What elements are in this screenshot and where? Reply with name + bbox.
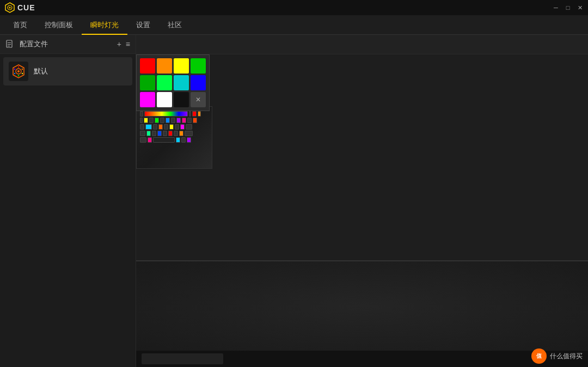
color-swatch-blue[interactable]: [191, 75, 206, 90]
key-row-1: [140, 118, 209, 123]
svg-point-2: [9, 7, 11, 9]
file-icon: [5, 39, 15, 49]
key: [140, 131, 145, 136]
key: [182, 118, 186, 123]
color-swatch-bright-green[interactable]: [157, 75, 172, 90]
key: [140, 111, 143, 117]
key: [181, 137, 186, 143]
watermark-text: 什么值得买: [550, 352, 583, 361]
nav-bar: 首页 控制面板 瞬时灯光 设置 社区: [0, 15, 588, 35]
sidebar-title: 配置文件: [20, 39, 117, 49]
key: [149, 118, 154, 123]
key: [163, 131, 167, 136]
profile-logo-icon: [11, 64, 26, 78]
key: [168, 131, 173, 136]
color-swatch-white[interactable]: [157, 92, 172, 107]
color-swatch-green[interactable]: [191, 58, 206, 74]
key: [186, 124, 192, 130]
watermark: 值 什么值得买: [531, 348, 583, 364]
bottom-bar-left: [142, 353, 223, 364]
key: [140, 124, 144, 130]
key: [179, 131, 183, 136]
color-swatch-cyan[interactable]: [174, 75, 189, 90]
color-swatch-magenta[interactable]: [140, 92, 155, 107]
key: [152, 131, 156, 136]
svg-point-10: [18, 66, 19, 68]
svg-point-13: [18, 75, 19, 76]
svg-rect-4: [8, 42, 11, 43]
color-swatch-black[interactable]: [174, 92, 189, 107]
key: [140, 137, 146, 143]
app-logo: CUE: [4, 2, 35, 13]
color-picker-close-button[interactable]: ✕: [191, 92, 206, 107]
key: [171, 118, 175, 123]
profile-menu-button[interactable]: ≡: [126, 40, 130, 48]
key: [158, 124, 163, 130]
main-layout: 配置文件 + ≡ 默认: [0, 35, 588, 367]
upper-section: ✕: [136, 54, 588, 261]
color-swatch-yellow[interactable]: [174, 58, 189, 74]
key: [157, 131, 162, 136]
window-controls: ─ □ ✕: [552, 4, 584, 11]
key-row-space: [140, 137, 209, 143]
key-row-3: [140, 131, 209, 136]
key: [144, 118, 148, 123]
content-toolbar: [136, 35, 588, 54]
nav-item-instant-light[interactable]: 瞬时灯光: [82, 15, 127, 35]
key: [180, 124, 185, 130]
key: [166, 118, 170, 123]
add-profile-button[interactable]: +: [117, 40, 121, 48]
key: [189, 111, 191, 117]
key: [153, 124, 157, 130]
svg-point-15: [14, 69, 15, 70]
app-title: CUE: [17, 3, 35, 12]
profile-name: 默认: [34, 66, 48, 76]
nav-item-settings[interactable]: 设置: [127, 15, 159, 35]
close-button[interactable]: ✕: [576, 4, 584, 11]
bottom-bar: [136, 351, 588, 367]
key: [176, 118, 181, 123]
key: [193, 118, 197, 123]
svg-rect-3: [7, 40, 12, 47]
key: [187, 137, 191, 143]
key-row-2: [140, 124, 209, 130]
key: [174, 131, 178, 136]
keyboard-area: [136, 106, 212, 169]
key: [176, 137, 180, 143]
sidebar-header: 配置文件 + ≡: [0, 35, 136, 54]
svg-rect-5: [8, 44, 11, 45]
content-area: ✕: [136, 35, 588, 367]
app-logo-icon: [4, 2, 15, 13]
key-rainbow: [144, 111, 188, 117]
color-swatch-orange[interactable]: [157, 58, 172, 74]
color-swatch-red[interactable]: [140, 58, 155, 74]
key: [153, 137, 175, 143]
key: [148, 137, 152, 143]
minimize-button[interactable]: ─: [552, 4, 560, 11]
left-sidebar: 配置文件 + ≡ 默认: [0, 35, 136, 367]
color-picker-popup: ✕: [136, 54, 210, 111]
key: [187, 118, 192, 123]
svg-rect-6: [8, 46, 10, 46]
main-content: ✕: [136, 54, 588, 367]
color-swatch-dark-green[interactable]: [140, 75, 155, 90]
svg-point-12: [22, 73, 23, 74]
profile-logo: [9, 62, 28, 81]
svg-point-14: [14, 73, 15, 74]
svg-point-11: [22, 69, 23, 70]
key: [140, 118, 143, 123]
watermark-logo: 值: [531, 348, 547, 364]
svg-point-9: [17, 70, 20, 72]
key: [160, 118, 164, 123]
key: [185, 131, 193, 136]
nav-item-community[interactable]: 社区: [159, 15, 191, 35]
title-bar: CUE ─ □ ✕: [0, 0, 588, 15]
lower-section: [136, 261, 588, 351]
nav-item-control-panel[interactable]: 控制面板: [36, 15, 82, 35]
nav-item-home[interactable]: 首页: [4, 15, 36, 35]
key: [192, 111, 197, 117]
key: [145, 124, 152, 130]
profile-item[interactable]: 默认: [3, 57, 132, 85]
maximize-button[interactable]: □: [564, 4, 572, 11]
sidebar-actions: + ≡: [117, 40, 130, 48]
